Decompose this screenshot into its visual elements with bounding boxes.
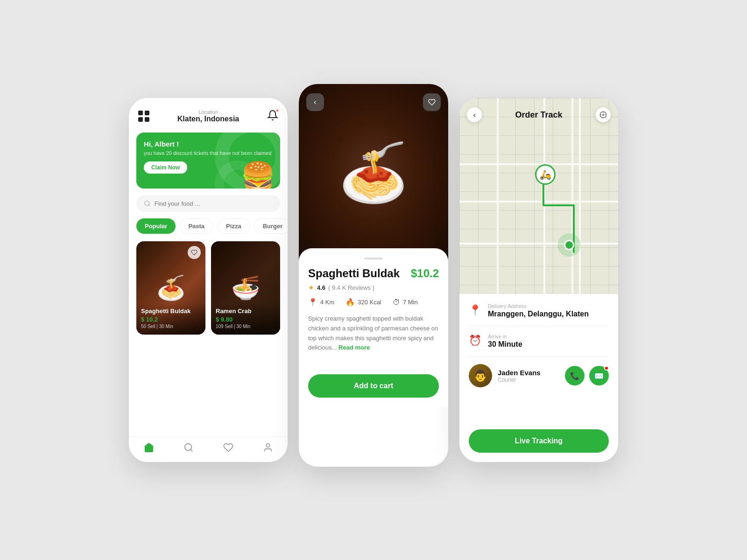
drag-handle bbox=[364, 258, 383, 259]
svg-point-1 bbox=[184, 444, 191, 451]
arrive-value: 30 Minute bbox=[488, 340, 522, 349]
stat-calories: 🔥 320 Kcal bbox=[345, 298, 381, 307]
food-price: $10.2 bbox=[411, 267, 439, 280]
map-view: 🛵 ‹ Order Track bbox=[459, 98, 618, 294]
food-title-row: Spaghetti Buldak $10.2 bbox=[308, 267, 439, 280]
home-header: Location Klaten, Indonesia bbox=[129, 98, 288, 129]
bottom-navigation bbox=[129, 436, 288, 462]
add-to-cart-button[interactable]: Add to cart bbox=[308, 374, 439, 398]
svg-point-2 bbox=[266, 444, 269, 447]
wishlist-button[interactable] bbox=[423, 93, 441, 111]
map-header: ‹ Order Track bbox=[459, 98, 618, 132]
destination-marker bbox=[557, 233, 581, 257]
location-display: Location Klaten, Indonesia bbox=[177, 109, 239, 123]
category-tabs: Popular Pasta Pizza Burger bbox=[129, 218, 288, 234]
food-stats: 📍 4 Km 🔥 320 Kcal ⏱ 7 Min bbox=[308, 298, 439, 307]
burger-illustration: 🍔 bbox=[240, 163, 275, 189]
delivery-address-row: 📍 Delivery Address Mranggen, Delanggu, K… bbox=[469, 303, 609, 318]
location-pin-icon: 📍 bbox=[308, 298, 317, 307]
detail-nav-buttons: ‹ bbox=[306, 93, 441, 111]
food-hero-image: 🍝 ‹ bbox=[299, 84, 448, 261]
courier-details: Jaden Evans Courier bbox=[498, 369, 541, 383]
grid-menu-icon[interactable] bbox=[138, 111, 149, 122]
fire-icon: 🔥 bbox=[345, 298, 355, 307]
address-info: Delivery Address Mranggen, Delanggu, Kla… bbox=[488, 303, 589, 318]
favorite-button-1[interactable] bbox=[188, 246, 201, 259]
search-bar[interactable] bbox=[136, 195, 280, 212]
promo-banner: Hi, Albert ! you have 20 discount ticket… bbox=[136, 133, 280, 189]
food-card-name-1: Spaghetti Buldak bbox=[141, 308, 201, 315]
call-courier-button[interactable]: 📞 bbox=[565, 366, 585, 385]
courier-name: Jaden Evans bbox=[498, 369, 541, 377]
nav-profile[interactable] bbox=[263, 442, 273, 453]
rating-row: ★ 4.6 ( 9.4 K Reviews ) bbox=[308, 284, 439, 291]
rating-score: 4.6 bbox=[317, 284, 325, 291]
food-card-price-1: $ 10.2 bbox=[141, 316, 201, 323]
live-tracking-button[interactable]: Live Tracking bbox=[469, 429, 609, 453]
message-courier-button[interactable]: ✉️ bbox=[589, 366, 609, 385]
courier-role: Courier bbox=[498, 377, 541, 383]
delivery-label: Delivery Address bbox=[488, 303, 589, 309]
arrive-time-row: ⏰ Arrive in 30 Minute bbox=[469, 334, 609, 349]
order-detail-panel: 📍 Delivery Address Mranggen, Delanggu, K… bbox=[459, 294, 618, 443]
food-description: Spicy creamy spaghetti topped with bulda… bbox=[308, 314, 439, 353]
food-card-name-2: Ramen Crab bbox=[216, 308, 275, 315]
search-icon bbox=[144, 200, 151, 207]
food-card-ramen[interactable]: 🍜 Ramen Crab $ 9.80 109 Sell | 30 Min bbox=[211, 241, 280, 335]
arrive-info: Arrive in 30 Minute bbox=[488, 334, 522, 349]
address-icon: 📍 bbox=[469, 304, 481, 316]
food-card-overlay-1: Spaghetti Buldak $ 10.2 50 Sell | 30 Min bbox=[136, 303, 205, 335]
rating-count: ( 9.4 K Reviews ) bbox=[328, 284, 374, 291]
food-cards-list: 🍝 Spaghetti Buldak $ 10.2 50 Sell | 30 M… bbox=[129, 241, 288, 335]
delivery-value: Mranggen, Delanggu, Klaten bbox=[488, 310, 589, 318]
divider-2 bbox=[469, 356, 609, 357]
clock-icon: ⏱ bbox=[393, 298, 400, 307]
star-icon: ★ bbox=[308, 284, 314, 291]
clock-icon: ⏰ bbox=[469, 335, 481, 347]
svg-point-4 bbox=[603, 114, 604, 116]
stat-time: ⏱ 7 Min bbox=[393, 298, 418, 307]
destination-pulse bbox=[557, 233, 581, 257]
courier-actions: 📞 ✉️ bbox=[565, 366, 609, 385]
claim-now-button[interactable]: Claim Now bbox=[144, 161, 187, 174]
calories-value: 320 Kcal bbox=[358, 299, 381, 306]
destination-dot bbox=[564, 240, 574, 250]
notification-bell[interactable] bbox=[267, 110, 278, 123]
notification-dot bbox=[275, 109, 279, 112]
screen-home: Location Klaten, Indonesia Hi, Albert ! … bbox=[129, 98, 288, 462]
food-name: Spaghetti Buldak bbox=[308, 267, 400, 280]
food-card-meta-1: 50 Sell | 30 Min bbox=[141, 324, 201, 329]
courier-marker: 🛵 bbox=[535, 164, 556, 185]
courier-avatar: 👨 bbox=[469, 364, 492, 387]
read-more-link[interactable]: Read more bbox=[338, 344, 370, 351]
compass-button[interactable] bbox=[596, 107, 611, 122]
category-pasta[interactable]: Pasta bbox=[179, 218, 213, 234]
distance-value: 4 Km bbox=[320, 299, 334, 306]
nav-search[interactable] bbox=[183, 442, 194, 453]
screen-order-track: 🛵 ‹ Order Track bbox=[459, 98, 618, 462]
screens-container: Location Klaten, Indonesia Hi, Albert ! … bbox=[110, 75, 637, 485]
courier-icon: 🛵 bbox=[535, 164, 556, 185]
location-name: Klaten, Indonesia bbox=[177, 115, 239, 123]
map-back-button[interactable]: ‹ bbox=[467, 107, 482, 122]
search-input[interactable] bbox=[155, 200, 273, 207]
location-label: Location bbox=[177, 109, 239, 115]
category-pizza[interactable]: Pizza bbox=[217, 218, 250, 234]
divider-1 bbox=[469, 326, 609, 326]
time-value: 7 Min bbox=[403, 299, 418, 306]
back-button[interactable]: ‹ bbox=[306, 93, 324, 111]
food-card-meta-2: 109 Sell | 30 Min bbox=[216, 324, 275, 329]
map-title: Order Track bbox=[515, 110, 562, 120]
arrive-label: Arrive in bbox=[488, 334, 522, 339]
category-burger[interactable]: Burger bbox=[254, 218, 288, 234]
nav-home[interactable] bbox=[144, 442, 154, 453]
nav-favorites[interactable] bbox=[223, 442, 233, 453]
stat-distance: 📍 4 Km bbox=[308, 298, 334, 307]
svg-point-0 bbox=[145, 201, 149, 205]
category-popular[interactable]: Popular bbox=[136, 218, 176, 234]
unread-message-dot bbox=[604, 366, 609, 371]
food-card-price-2: $ 9.80 bbox=[216, 316, 275, 323]
food-card-spaghetti[interactable]: 🍝 Spaghetti Buldak $ 10.2 50 Sell | 30 M… bbox=[136, 241, 205, 335]
detail-card: Spaghetti Buldak $10.2 ★ 4.6 ( 9.4 K Rev… bbox=[299, 248, 448, 407]
courier-info-row: 👨 Jaden Evans Courier 📞 ✉️ bbox=[469, 364, 609, 387]
